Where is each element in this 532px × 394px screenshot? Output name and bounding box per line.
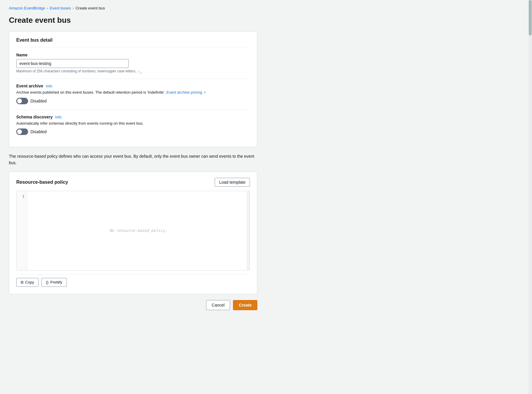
breadcrumb: Amazon EventBridge › Event buses › Creat… [9, 6, 257, 10]
schema-discovery-info-link[interactable]: Info [55, 115, 62, 119]
breadcrumb-current: Create event bus [76, 6, 105, 10]
schema-discovery-toggle[interactable] [16, 128, 28, 135]
event-archive-desc: Archive events published on this event b… [16, 89, 250, 95]
toggle-thumb-event-archive [17, 99, 22, 103]
event-archive-pricing-link[interactable]: Event archive pricing [166, 90, 202, 95]
name-form-group: Name Maximum of 256 characters consistin… [16, 53, 250, 73]
resource-policy-description: The resource-based policy defines who ca… [9, 153, 257, 166]
event-archive-toggle[interactable] [16, 98, 28, 104]
resource-policy-card: Resource-based policy Load template 1 No… [9, 172, 257, 294]
editor-toolbar: ⧉ Copy {} Prettify [16, 274, 250, 287]
cancel-button[interactable]: Cancel [206, 300, 230, 310]
name-input[interactable] [16, 59, 129, 68]
breadcrumb-sep-2: › [73, 6, 74, 10]
code-editor[interactable]: 1 No resource-based policy. [16, 191, 250, 271]
schema-discovery-toggle-label: Disabled [30, 129, 46, 134]
page-scrollbar[interactable] [528, 0, 532, 394]
external-icon: ↗ [203, 91, 206, 94]
prettify-icon: {} [46, 280, 48, 284]
card-title-event-bus-detail: Event bus detail [16, 38, 250, 47]
editor-scrollbar[interactable] [247, 191, 250, 270]
schema-discovery-toggle-row: Disabled [16, 128, 250, 135]
event-archive-toggle-row: Disabled [16, 98, 250, 104]
policy-placeholder[interactable]: No resource-based policy. [27, 191, 250, 270]
schema-discovery-label: Schema discovery [16, 115, 53, 119]
prettify-button[interactable]: {} Prettify [41, 278, 67, 287]
breadcrumb-sep-1: › [47, 6, 48, 10]
event-archive-info-link[interactable]: Info [46, 84, 52, 88]
event-archive-section: Event archive Info Archive events publis… [16, 84, 250, 104]
name-label: Name [16, 53, 250, 57]
copy-button[interactable]: ⧉ Copy [16, 278, 38, 287]
event-archive-toggle-label: Disabled [30, 99, 46, 103]
line-numbers: 1 [17, 191, 27, 270]
divider-1 [16, 79, 250, 79]
policy-header: Resource-based policy Load template [16, 178, 250, 187]
line-number-1: 1 [19, 194, 25, 198]
create-button[interactable]: Create [233, 300, 257, 310]
toggle-thumb-schema-discovery [17, 129, 22, 134]
breadcrumb-section[interactable]: Event buses [50, 6, 71, 10]
schema-discovery-desc: Automatically infer schemas directly fro… [16, 121, 250, 126]
scrollbar-thumb[interactable] [529, 0, 532, 35]
schema-discovery-section: Schema discovery Info Automatically infe… [16, 115, 250, 135]
divider-2 [16, 110, 250, 110]
prettify-label: Prettify [50, 280, 62, 284]
event-bus-detail-card: Event bus detail Name Maximum of 256 cha… [9, 31, 257, 147]
policy-card-title: Resource-based policy [16, 180, 68, 185]
breadcrumb-root[interactable]: Amazon EventBridge [9, 6, 45, 10]
copy-icon: ⧉ [21, 280, 23, 285]
load-template-button[interactable]: Load template [215, 178, 250, 187]
event-archive-label: Event archive [16, 84, 43, 88]
name-hint: Maximum of 256 characters consisting of … [16, 69, 250, 73]
page-title: Create event bus [9, 16, 257, 25]
page-container: Amazon EventBridge › Event buses › Creat… [0, 0, 266, 316]
copy-label: Copy [25, 280, 34, 284]
action-row: Cancel Create [9, 300, 257, 310]
